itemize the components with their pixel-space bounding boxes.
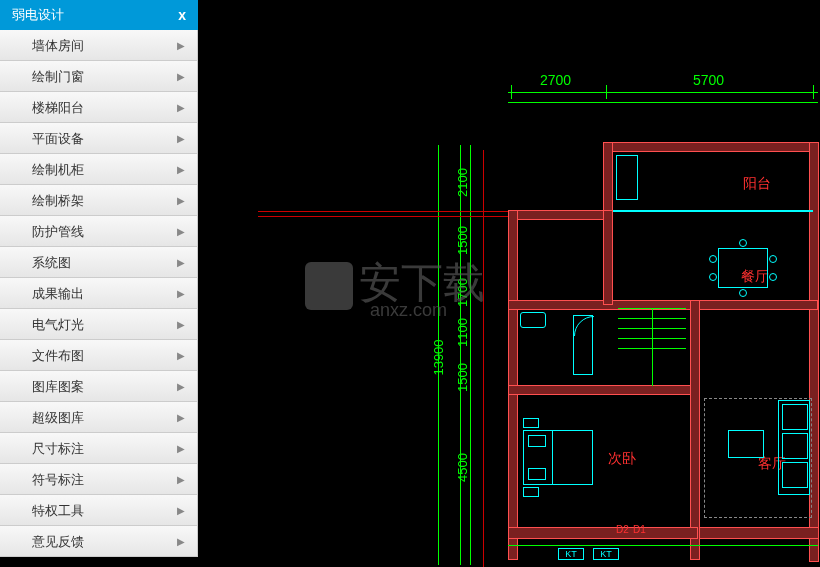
wall-segment [508,385,698,395]
menu-item-doors[interactable]: 绘制门窗 ▶ [0,61,198,92]
menu-label: 符号标注 [32,464,84,495]
dim-value: 1700 [455,278,470,307]
chevron-right-icon: ▶ [177,216,185,247]
menu-item-gallery[interactable]: 图库图案 ▶ [0,371,198,402]
dim-value: 1500 [455,226,470,255]
menu-label: 楼梯阳台 [32,92,84,123]
marker-kt: KT [593,548,619,560]
dim-tick [606,85,607,99]
chevron-right-icon: ▶ [177,464,185,495]
wall-segment [508,210,608,220]
menu-header: 弱电设计 x [0,0,198,30]
dim-value: 2100 [455,168,470,197]
menu-item-super-gallery[interactable]: 超级图库 ▶ [0,402,198,433]
dim-value: 4500 [455,453,470,482]
menu-item-symbol[interactable]: 符号标注 ▶ [0,464,198,495]
chevron-right-icon: ▶ [177,185,185,216]
chevron-right-icon: ▶ [177,247,185,278]
dim-line [460,145,461,565]
menu-label: 系统图 [32,247,71,278]
toilet [520,312,546,328]
menu-item-cabinet[interactable]: 绘制机柜 ▶ [0,154,198,185]
dim-line [508,545,818,546]
menu-item-stairs[interactable]: 楼梯阳台 ▶ [0,92,198,123]
chevron-right-icon: ▶ [177,92,185,123]
menu-label: 墙体房间 [32,30,84,61]
dim-line [508,102,818,103]
stairs [618,308,686,386]
chevron-right-icon: ▶ [177,154,185,185]
menu-item-file-layout[interactable]: 文件布图 ▶ [0,340,198,371]
chevron-right-icon: ▶ [177,309,185,340]
drawing-canvas[interactable]: 2700 5700 2100 1500 1700 1100 1500 4500 … [198,0,820,567]
closet [616,155,638,200]
marker-kt: KT [558,548,584,560]
chevron-right-icon: ▶ [177,371,185,402]
guide-line [483,150,484,567]
menu-item-plan-equip[interactable]: 平面设备 ▶ [0,123,198,154]
menu-item-feedback[interactable]: 意见反馈 ▶ [0,526,198,557]
chevron-right-icon: ▶ [177,123,185,154]
menu-item-tray[interactable]: 绘制桥架 ▶ [0,185,198,216]
nightstand [523,418,539,428]
chevron-right-icon: ▶ [177,433,185,464]
wall-segment [603,210,613,305]
marker-d2: D2 [616,524,629,535]
menu-label: 绘制桥架 [32,185,84,216]
chevron-right-icon: ▶ [177,526,185,557]
menu-label: 图库图案 [32,371,84,402]
dim-tick [511,85,512,99]
menu-title: 弱电设计 [12,0,64,30]
dim-value: 5700 [693,72,724,88]
menu-label: 电气灯光 [32,309,84,340]
menu-item-walls[interactable]: 墙体房间 ▶ [0,30,198,61]
bed [523,430,593,485]
wall-segment [508,527,698,539]
menu-label: 超级图库 [32,402,84,433]
wall-segment [699,527,819,539]
dim-value: 2700 [540,72,571,88]
balcony-rail [613,210,813,212]
menu-item-dimension[interactable]: 尺寸标注 ▶ [0,433,198,464]
dim-tick [813,85,814,99]
guide-line [258,216,518,217]
menu-label: 成果输出 [32,278,84,309]
nightstand [523,487,539,497]
dining-table [718,248,768,288]
guide-line [258,211,518,212]
menu-item-tools[interactable]: 特权工具 ▶ [0,495,198,526]
dim-line [470,145,471,565]
chevron-right-icon: ▶ [177,61,185,92]
dim-value: 1100 [455,318,470,347]
chevron-right-icon: ▶ [177,278,185,309]
menu-label: 平面设备 [32,123,84,154]
dim-value: 1500 [455,363,470,392]
menu-item-output[interactable]: 成果输出 ▶ [0,278,198,309]
wall-segment [603,142,818,152]
wall-segment [603,142,613,220]
chevron-right-icon: ▶ [177,402,185,433]
door-arc [573,315,593,375]
sidebar-menu: 弱电设计 x 墙体房间 ▶ 绘制门窗 ▶ 楼梯阳台 ▶ 平面设备 ▶ 绘制机柜 … [0,0,198,557]
marker-d1: D1 [633,524,646,535]
menu-label: 防护管线 [32,216,84,247]
menu-item-system[interactable]: 系统图 ▶ [0,247,198,278]
menu-label: 绘制机柜 [32,154,84,185]
menu-label: 意见反馈 [32,526,84,557]
chevron-right-icon: ▶ [177,340,185,371]
room-label-bedroom2: 次卧 [608,450,636,468]
menu-label: 特权工具 [32,495,84,526]
room-label-balcony: 阳台 [743,175,771,193]
close-icon[interactable]: x [178,0,186,30]
menu-label: 绘制门窗 [32,61,84,92]
menu-item-conduit[interactable]: 防护管线 ▶ [0,216,198,247]
menu-label: 尺寸标注 [32,433,84,464]
dim-line [508,92,818,93]
rug [704,398,812,518]
menu-label: 文件布图 [32,340,84,371]
menu-item-lighting[interactable]: 电气灯光 ▶ [0,309,198,340]
chevron-right-icon: ▶ [177,495,185,526]
wall-segment [690,300,700,560]
dim-value: 13900 [431,339,446,375]
chevron-right-icon: ▶ [177,30,185,61]
